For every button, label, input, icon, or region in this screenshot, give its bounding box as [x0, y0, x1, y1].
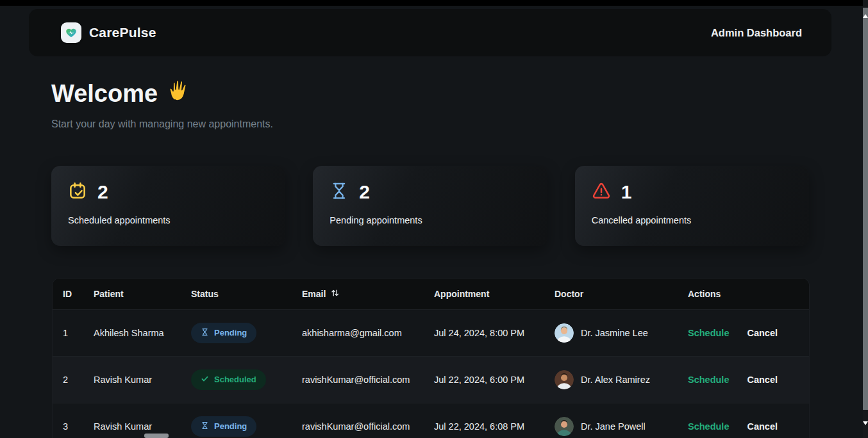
cell-appointment: Jul 22, 2024, 6:00 PM	[434, 356, 555, 403]
doctor-name: Dr. Jane Powell	[581, 421, 646, 432]
table-row: 2 Ravish Kumar Scheduled rav	[53, 356, 810, 403]
stat-cards: 2 Scheduled appointments 2 Pending appoi…	[51, 166, 809, 246]
hourglass-icon	[201, 328, 209, 338]
welcome-section: Welcome Start your day with managing new…	[51, 79, 273, 130]
status-label: Pending	[214, 421, 247, 431]
warning-triangle-icon	[592, 181, 611, 203]
doctor-cell: Dr. Jasmine Lee	[555, 323, 688, 343]
cancel-action[interactable]: Cancel	[747, 375, 778, 385]
sort-arrows-icon	[330, 288, 340, 300]
cell-patient: Ravish Kumar	[94, 356, 191, 403]
doctor-name: Dr. Jasmine Lee	[581, 328, 648, 338]
admin-header: CarePulse Admin Dashboard	[29, 9, 831, 56]
status-label: Pending	[214, 328, 247, 337]
cancel-action[interactable]: Cancel	[747, 421, 778, 432]
scroll-up-arrow-icon[interactable]	[863, 14, 868, 18]
cell-patient: Ravish Kumar	[94, 403, 191, 438]
doctor-cell: Dr. Jane Powell	[555, 417, 688, 436]
col-doctor: Doctor	[555, 279, 688, 309]
col-patient: Patient	[94, 279, 191, 309]
horizontal-scrollbar-thumb[interactable]	[144, 434, 169, 438]
schedule-action[interactable]: Schedule	[688, 421, 729, 432]
appointments-table: ID Patient Status Email Appointmen	[52, 278, 810, 438]
schedule-action[interactable]: Schedule	[688, 375, 729, 385]
browser-top-strip	[0, 0, 868, 6]
doctor-avatar	[555, 417, 574, 436]
table-header-row: ID Patient Status Email Appointmen	[53, 279, 810, 309]
doctor-avatar	[555, 323, 574, 343]
cell-email: akhisharma@gmail.com	[302, 309, 434, 356]
appointments-table-body: 1 Akhilesh Sharma Pending ak	[53, 309, 810, 438]
col-id: ID	[53, 279, 94, 309]
col-appointment: Appointment	[434, 279, 555, 309]
stat-card-scheduled: 2 Scheduled appointments	[51, 166, 285, 246]
status-badge: Scheduled	[191, 369, 266, 390]
doctor-avatar	[555, 370, 574, 389]
status-badge: Pending	[191, 416, 256, 437]
pending-count: 2	[359, 181, 370, 203]
scheduled-count: 2	[97, 181, 108, 203]
cell-id: 2	[53, 356, 94, 403]
page-title: Admin Dashboard	[711, 27, 802, 39]
status-label: Scheduled	[214, 375, 256, 384]
table-row: 3 Ravish Kumar Pending ravis	[53, 403, 810, 438]
cell-email: ravishKumar@official.com	[302, 356, 434, 403]
vertical-scrollbar[interactable]	[863, 0, 868, 438]
brand-name: CarePulse	[89, 25, 156, 40]
hourglass-icon	[201, 421, 209, 432]
cell-appointment: Jul 22, 2024, 6:08 PM	[434, 403, 555, 438]
brand-logo-link[interactable]: CarePulse	[61, 22, 156, 43]
cell-appointment: Jul 24, 2024, 8:00 PM	[434, 309, 555, 356]
cell-patient: Akhilesh Sharma	[94, 309, 191, 356]
scroll-down-arrow-icon[interactable]	[863, 421, 868, 425]
scheduled-label: Scheduled appointments	[68, 215, 269, 225]
table-row: 1 Akhilesh Sharma Pending ak	[53, 309, 810, 356]
cancelled-label: Cancelled appointments	[592, 215, 792, 225]
doctor-name: Dr. Alex Ramirez	[581, 375, 650, 385]
pending-label: Pending appointments	[330, 215, 530, 225]
check-icon	[201, 375, 209, 385]
cell-email: ravishKumar@official.com	[302, 403, 434, 438]
hourglass-icon	[330, 181, 349, 203]
calendar-check-icon	[68, 181, 87, 203]
col-email-sort[interactable]: Email	[302, 288, 340, 300]
cell-id: 1	[53, 309, 94, 356]
stat-card-cancelled: 1 Cancelled appointments	[575, 166, 809, 246]
waving-hand-icon	[168, 79, 191, 108]
cell-id: 3	[53, 403, 94, 438]
welcome-subtitle: Start your day with managing new appoint…	[51, 118, 273, 130]
schedule-action[interactable]: Schedule	[688, 328, 729, 338]
vertical-scrollbar-thumb[interactable]	[863, 8, 868, 410]
doctor-cell: Dr. Alex Ramirez	[555, 370, 688, 389]
status-badge: Pending	[191, 323, 256, 343]
stat-card-pending: 2 Pending appointments	[313, 166, 547, 246]
welcome-heading: Welcome	[51, 80, 158, 108]
col-status: Status	[191, 279, 302, 309]
cancelled-count: 1	[621, 181, 632, 203]
cancel-action[interactable]: Cancel	[747, 328, 778, 338]
col-actions: Actions	[688, 279, 810, 309]
carepulse-logo-icon	[61, 22, 81, 43]
